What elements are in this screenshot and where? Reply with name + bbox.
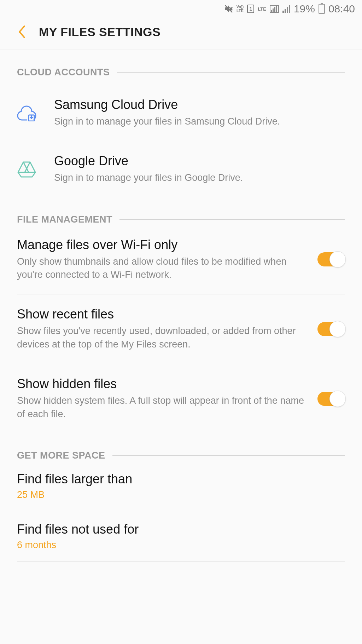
status-bar: Vo)) LTE 1 LTE 19% 08:40 [0, 0, 362, 18]
section-header-space: GET MORE SPACE [17, 450, 345, 461]
cloud-item-google[interactable]: Google Drive Sign in to manage your file… [17, 141, 345, 197]
lte-label-2: LTE [258, 6, 266, 12]
space-value: 6 months [17, 540, 345, 551]
sim-indicator: 1 [247, 5, 254, 13]
section-label: CLOUD ACCOUNTS [17, 67, 110, 78]
app-header: MY FILES SETTINGS [0, 18, 362, 50]
samsung-cloud-icon [17, 103, 36, 122]
clock: 08:40 [328, 3, 355, 15]
battery-icon [319, 4, 325, 14]
back-button[interactable] [18, 25, 28, 39]
lte-label: LTE [237, 9, 244, 13]
signal-strength-1-icon [270, 5, 279, 13]
cloud-item-samsung[interactable]: Samsung Cloud Drive Sign in to manage yo… [17, 85, 345, 141]
setting-subtitle: Show files you've recently used, downloa… [17, 324, 307, 351]
space-title: Find files not used for [17, 522, 345, 537]
setting-hidden-files[interactable]: Show hidden files Show hidden system fil… [17, 364, 345, 433]
toggle-recent-files[interactable] [317, 322, 345, 336]
page-title: MY FILES SETTINGS [39, 25, 160, 39]
setting-recent-files[interactable]: Show recent files Show files you've rece… [17, 294, 345, 364]
volte-indicator: Vo)) LTE [237, 5, 244, 13]
section-header-file-management: FILE MANAGEMENT [17, 214, 345, 225]
toggle-hidden-files[interactable] [317, 392, 345, 406]
setting-subtitle: Only show thumbnails and allow cloud fil… [17, 255, 307, 282]
cloud-item-subtitle: Sign in to manage your files in Google D… [54, 171, 345, 185]
setting-wifi-only[interactable]: Manage files over Wi-Fi only Only show t… [17, 225, 345, 295]
space-item-not-used[interactable]: Find files not used for 6 months [17, 511, 345, 562]
setting-title: Manage files over Wi-Fi only [17, 237, 307, 252]
space-title: Find files larger than [17, 472, 345, 487]
setting-title: Show recent files [17, 307, 307, 322]
mute-icon [224, 5, 233, 13]
section-header-cloud: CLOUD ACCOUNTS [17, 67, 345, 78]
signal-strength-2-icon [282, 5, 290, 13]
cloud-item-subtitle: Sign in to manage your files in Samsung … [54, 115, 345, 128]
section-label: FILE MANAGEMENT [17, 214, 112, 225]
section-label: GET MORE SPACE [17, 450, 105, 461]
cloud-item-title: Google Drive [54, 154, 345, 168]
toggle-wifi-only[interactable] [317, 252, 345, 266]
space-item-larger-than[interactable]: Find files larger than 25 MB [17, 461, 345, 511]
cloud-item-title: Samsung Cloud Drive [54, 97, 345, 112]
setting-subtitle: Show hidden system files. A full stop wi… [17, 394, 307, 421]
battery-percent: 19% [294, 3, 315, 15]
setting-title: Show hidden files [17, 376, 307, 391]
google-drive-icon [17, 159, 36, 179]
space-value: 25 MB [17, 489, 345, 500]
